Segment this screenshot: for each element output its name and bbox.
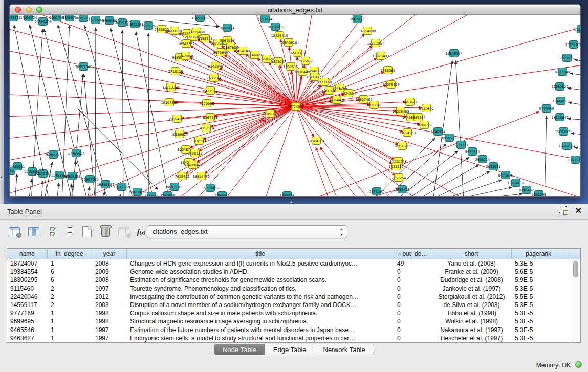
- graph-node-yellow[interactable]: 19654903: [168, 115, 185, 123]
- graph-node-teal[interactable]: 12923468: [128, 188, 145, 196]
- select-columns-icon[interactable]: [27, 225, 41, 239]
- graph-node-teal[interactable]: 6679197: [454, 141, 469, 149]
- column-header-out_de[interactable]: △out_de…: [394, 249, 431, 259]
- splitpane-handle[interactable]: ▲: [288, 200, 294, 204]
- column-header-in_degree[interactable]: in_degree: [48, 249, 92, 259]
- new-table-icon[interactable]: [80, 225, 94, 239]
- tab-network-table[interactable]: Network Table: [315, 344, 374, 355]
- graph-node-yellow[interactable]: 12325419: [271, 32, 288, 39]
- tab-node-table[interactable]: Node Table: [214, 344, 265, 355]
- graph-node-teal[interactable]: 1635572: [10, 15, 20, 21]
- graph-node-yellow[interactable]: 4170065: [200, 100, 214, 107]
- graph-node-teal[interactable]: 9329966: [560, 54, 575, 62]
- function-builder-icon[interactable]: f(x): [134, 225, 148, 239]
- graph-node-yellow[interactable]: 7955812: [298, 57, 313, 65]
- graph-node-teal[interactable]: 7632621: [486, 163, 501, 170]
- graph-node-teal[interactable]: 19218506: [267, 23, 284, 31]
- tab-edge-table[interactable]: Edge Table: [265, 344, 315, 355]
- graph-node-yellow[interactable]: 7252254: [391, 174, 406, 182]
- table-row[interactable]: 946554611997Estimation of the future num…: [7, 326, 580, 334]
- graph-node-teal[interactable]: 7857224: [220, 24, 235, 32]
- graph-node-yellow[interactable]: 19654923: [399, 129, 416, 137]
- table-row[interactable]: 1872400712008Changes of HCN gene express…: [7, 259, 580, 268]
- graph-node-teal[interactable]: 16053809: [191, 15, 208, 22]
- network-view-window[interactable]: citations_edges.txt 18724007163557214055…: [9, 4, 581, 197]
- graph-node-teal[interactable]: 8471676: [498, 171, 513, 179]
- graph-node-teal[interactable]: 15751074: [565, 41, 580, 49]
- graph-node-yellow[interactable]: 8427552: [203, 87, 218, 95]
- graph-node-teal[interactable]: 1083658: [161, 192, 176, 197]
- table-row[interactable]: 969969511998Structural magnetic resonanc…: [7, 317, 580, 325]
- graph-node-yellow[interactable]: 5878314: [192, 137, 207, 145]
- graph-node-teal[interactable]: 20053346: [75, 63, 92, 71]
- column-header-year[interactable]: year: [92, 249, 127, 259]
- table-header-row[interactable]: namein_degreeyeartitle△out_de…shortpager…: [7, 249, 580, 259]
- graph-node-teal[interactable]: 8938923: [442, 134, 457, 142]
- graph-node-yellow[interactable]: 9463627: [403, 98, 418, 106]
- graph-node-teal[interactable]: 16210643: [551, 114, 568, 121]
- network-canvas[interactable]: 1872400716355721405572420691406209174391…: [10, 15, 580, 196]
- graph-node-yellow[interactable]: 19384554: [308, 137, 324, 145]
- select-all-columns-icon[interactable]: ✓ ✓: [46, 225, 60, 239]
- graph-node-yellow[interactable]: 14353504: [198, 124, 214, 132]
- graph-node-yellow[interactable]: 12213967: [367, 39, 384, 47]
- graph-node-teal[interactable]: 12093822: [551, 83, 568, 91]
- column-header-short[interactable]: short: [431, 249, 512, 259]
- table-select-dropdown[interactable]: citations_edges.txt ▲▼: [147, 225, 347, 238]
- table-row[interactable]: 946362711997Embryonic stem cells: a mode…: [7, 334, 580, 342]
- graph-node-teal[interactable]: 9474444: [465, 148, 480, 156]
- graph-node-teal[interactable]: 16648784: [445, 50, 462, 57]
- graph-node-teal[interactable]: 1117482: [574, 26, 580, 33]
- graph-node-teal[interactable]: 8813054: [258, 15, 273, 23]
- graph-node-teal[interactable]: 17957253: [81, 176, 98, 183]
- graph-node-teal[interactable]: 12444193: [552, 97, 569, 105]
- graph-node-teal[interactable]: 2342455: [144, 192, 159, 197]
- graph-node-teal[interactable]: 1445226: [280, 192, 295, 197]
- graph-node-yellow[interactable]: 16961758: [289, 49, 306, 57]
- delete-trash-icon[interactable]: [98, 225, 113, 239]
- graph-node-teal[interactable]: 10654112: [507, 179, 524, 187]
- column-header-name[interactable]: name: [7, 249, 48, 259]
- graph-node-yellow[interactable]: 16154808: [359, 27, 376, 35]
- graph-node-yellow[interactable]: 18756928: [394, 142, 410, 150]
- graph-node-teal[interactable]: 17016534: [558, 142, 575, 150]
- graph-node-yellow[interactable]: 7485063: [381, 67, 396, 74]
- graph-node-yellow[interactable]: 1362615: [284, 63, 298, 71]
- float-panel-icon[interactable]: [560, 207, 568, 215]
- graph-node-yellow[interactable]: 19166827: [171, 130, 188, 138]
- graph-node-yellow[interactable]: 9115460: [419, 104, 434, 112]
- graph-node-teal[interactable]: 16958107: [97, 181, 114, 188]
- table-row[interactable]: 1456911722003Disruption of a novel membe…: [7, 301, 580, 309]
- graph-node-teal[interactable]: 2935114: [475, 156, 490, 163]
- graph-node-teal[interactable]: 15692971: [555, 128, 572, 136]
- row-height-icon[interactable]: [62, 225, 77, 239]
- scrollbar-thumb[interactable]: [573, 261, 578, 277]
- graph-node-yellow[interactable]: 12213369: [162, 83, 179, 91]
- window-titlebar[interactable]: citations_edges.txt: [10, 5, 580, 15]
- vertical-scrollbar[interactable]: [572, 260, 579, 342]
- graph-node-teal[interactable]: 17359924: [68, 149, 84, 157]
- graph-node-yellow[interactable]: 18640910: [280, 39, 297, 47]
- table-settings-icon[interactable]: [7, 225, 21, 239]
- graph-node-yellow[interactable]: 23364436: [328, 96, 345, 104]
- table-row[interactable]: 1830029562008Estimation of significance …: [7, 276, 580, 284]
- node-table[interactable]: namein_degreeyeartitle△out_de…shortpager…: [7, 248, 581, 343]
- graph-node-teal[interactable]: 7459954: [215, 192, 230, 197]
- graph-node-teal[interactable]: 20206576: [45, 151, 61, 159]
- close-panel-icon[interactable]: ✕: [575, 207, 582, 215]
- column-header-title[interactable]: title: [127, 249, 394, 259]
- graph-node-teal[interactable]: 1167533: [568, 156, 580, 164]
- graph-node-yellow[interactable]: 10025488: [392, 107, 409, 115]
- table-row[interactable]: 1938455462009Genome-wide association stu…: [7, 268, 580, 276]
- graph-node-yellow[interactable]: 10107564: [161, 99, 178, 106]
- column-header-pagerank[interactable]: pagerank: [512, 249, 565, 259]
- network-graph[interactable]: 1872400716355721405572420691406209174391…: [10, 15, 580, 196]
- memory-status-indicator[interactable]: [575, 361, 582, 368]
- table-row[interactable]: 911546021997Tourette syndrome. Phenomeno…: [7, 285, 580, 293]
- graph-node-teal[interactable]: 16782759: [113, 183, 130, 191]
- table-body[interactable]: 1872400712008Changes of HCN gene express…: [7, 259, 580, 342]
- graph-node-yellow[interactable]: 2718126: [168, 68, 183, 75]
- table-row[interactable]: 2242004622012Investigating the contribut…: [7, 293, 580, 301]
- graph-node-yellow[interactable]: 10973493: [372, 52, 389, 60]
- graph-node-yellow[interactable]: 16914479: [192, 172, 209, 180]
